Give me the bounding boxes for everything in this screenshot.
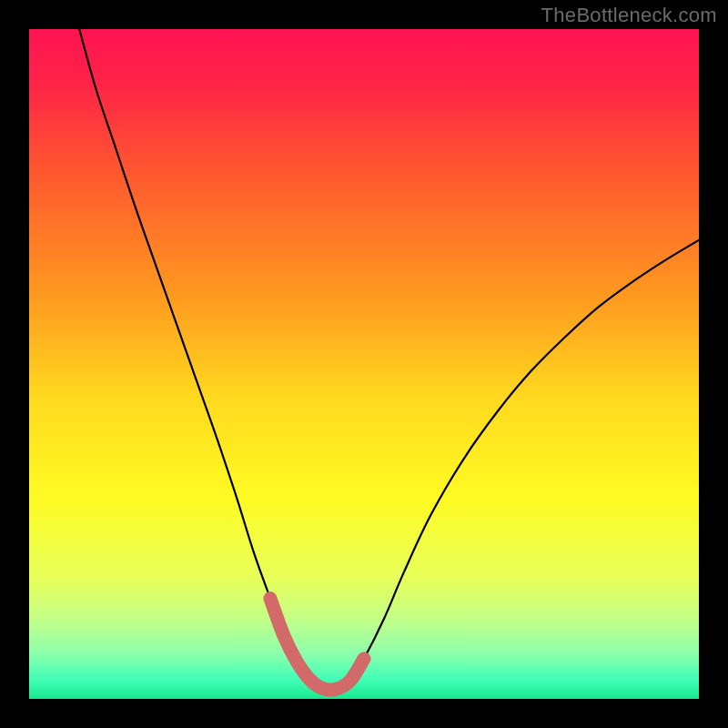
- plot-area: [29, 29, 699, 699]
- chart-frame: TheBottleneck.com: [0, 0, 728, 728]
- gradient-background: [29, 29, 699, 699]
- chart-svg: [29, 29, 699, 699]
- watermark-text: TheBottleneck.com: [541, 4, 717, 27]
